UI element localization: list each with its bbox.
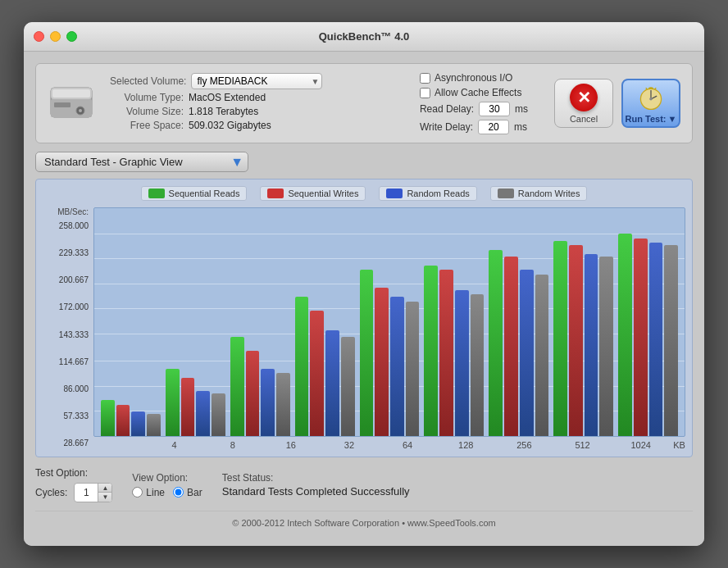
- bar-group-1024: [618, 211, 678, 436]
- bar-radio[interactable]: [173, 487, 184, 498]
- x-label-16: 16: [262, 440, 320, 450]
- footer: © 2000-2012 Intech Software Corporation …: [35, 511, 693, 534]
- bar-seq-read-16: [230, 337, 244, 436]
- cycles-up-button[interactable]: ▲: [98, 484, 111, 493]
- svg-point-12: [649, 98, 653, 101]
- y-axis-values: 258.000 229.333 200.667 172.000 143.333 …: [43, 218, 93, 448]
- free-space-row: Free Space: 509.032 Gigabytes: [110, 120, 322, 131]
- view-select-row: Standard Test - Graphic View ▼: [35, 152, 693, 172]
- svg-point-6: [79, 109, 82, 112]
- minimize-button[interactable]: [50, 31, 61, 42]
- legend-seq-reads: Sequential Reads: [141, 186, 248, 201]
- view-option-label: View Option:: [132, 472, 202, 484]
- view-select-wrapper: Standard Test - Graphic View ▼: [35, 152, 248, 172]
- line-radio[interactable]: [132, 487, 143, 498]
- bar-seq-read-64: [360, 270, 374, 436]
- bar-seq-write-8: [181, 378, 195, 436]
- svg-rect-3: [51, 99, 92, 117]
- cancel-button[interactable]: ✕ Cancel: [554, 79, 613, 128]
- y-val-4: 172.000: [59, 302, 89, 311]
- view-select[interactable]: Standard Test - Graphic View: [35, 152, 248, 172]
- bar-rnd-read-32: [325, 330, 339, 436]
- bar-rnd-write-1024: [664, 245, 678, 436]
- bar-rnd-read-128: [455, 290, 469, 436]
- maximize-button[interactable]: [66, 31, 77, 42]
- bar-rnd-write-16: [276, 373, 290, 436]
- bar-seq-write-128: [439, 270, 453, 436]
- bar-seq-read-8: [166, 369, 180, 436]
- run-test-label: Run Test: ▼: [626, 114, 677, 124]
- allow-cache-checkbox[interactable]: [420, 88, 430, 98]
- async-io-row: Asynchronous I/O: [420, 72, 528, 84]
- volume-size-value: 1.818 Terabytes: [189, 106, 258, 117]
- allow-cache-label: Allow Cache Effects: [435, 87, 522, 98]
- bottom-section: Test Option: Cycles: 1 ▲ ▼ View Option:: [35, 464, 693, 506]
- volume-row: Selected Volume: fly MEDIABACK ▼: [110, 73, 322, 89]
- bar-seq-read-128: [424, 266, 438, 436]
- drive-icon: [48, 81, 97, 126]
- stopwatch-icon: [636, 83, 666, 112]
- bar-radio-option[interactable]: Bar: [173, 487, 202, 498]
- io-options: Asynchronous I/O Allow Cache Effects Rea…: [420, 72, 528, 134]
- test-option-row: Test Option:: [35, 467, 112, 479]
- bar-group-256: [489, 211, 548, 436]
- y-val-2: 229.333: [59, 248, 89, 257]
- legend-seq-writes-label: Sequential Writes: [288, 189, 358, 198]
- legend-seq-writes-color: [267, 189, 284, 198]
- bar-rnd-read-256: [520, 270, 534, 436]
- volume-select[interactable]: fly MEDIABACK: [191, 73, 322, 89]
- close-button[interactable]: [34, 31, 44, 42]
- bar-seq-read-256: [489, 250, 503, 436]
- x-unit-label: KB: [673, 440, 685, 450]
- x-label-128: 128: [437, 440, 495, 450]
- chart-inner: [94, 208, 685, 436]
- y-val-8: 57.333: [63, 411, 89, 420]
- bar-rnd-read-16: [261, 369, 275, 436]
- y-val-6: 114.667: [59, 357, 89, 366]
- traffic-lights: [34, 31, 77, 42]
- test-status-value: Standard Tests Completed Successfully: [222, 485, 693, 498]
- svg-line-13: [646, 88, 648, 89]
- read-delay-unit: ms: [515, 103, 528, 115]
- write-delay-label: Write Delay:: [420, 121, 473, 133]
- chart-layout: MB/Sec: 258.000 229.333 200.667 172.000 …: [43, 207, 685, 450]
- legend-rnd-reads-label: Random Reads: [407, 189, 469, 198]
- bar-rnd-read-4: [131, 411, 145, 436]
- bar-rnd-write-32: [341, 337, 355, 436]
- content-area: Selected Volume: fly MEDIABACK ▼ Volume …: [24, 52, 704, 546]
- test-status-label: Test Status:: [222, 472, 693, 484]
- cancel-x-icon: ✕: [570, 84, 598, 111]
- x-label-512: 512: [553, 440, 612, 450]
- cycles-value: 1: [75, 486, 98, 499]
- bar-rnd-read-512: [585, 254, 598, 436]
- read-delay-input[interactable]: [479, 102, 510, 116]
- bar-seq-write-512: [569, 245, 583, 436]
- run-test-dropdown-icon: ▼: [668, 114, 677, 124]
- window-title: QuickBench™ 4.0: [319, 30, 410, 43]
- chart-bars-area: 4 8 16 32 64 128 256 512 1024 KB: [93, 207, 685, 450]
- line-radio-option[interactable]: Line: [132, 487, 165, 498]
- bar-rnd-write-8: [212, 393, 225, 436]
- cycles-down-button[interactable]: ▼: [98, 493, 111, 502]
- titlebar: QuickBench™ 4.0: [24, 22, 704, 52]
- read-delay-row: Read Delay: ms: [420, 102, 528, 116]
- status-section: Test Status: Standard Tests Completed Su…: [222, 472, 693, 498]
- run-test-button[interactable]: Run Test: ▼: [621, 79, 680, 128]
- chart-legend: Sequential Reads Sequential Writes Rando…: [43, 186, 685, 201]
- cycles-stepper[interactable]: 1 ▲ ▼: [74, 483, 112, 502]
- bar-seq-write-256: [504, 257, 518, 436]
- chart-container: Sequential Reads Sequential Writes Rando…: [35, 179, 693, 457]
- bar-group-128: [424, 211, 484, 436]
- top-section: Selected Volume: fly MEDIABACK ▼ Volume …: [35, 63, 693, 143]
- stepper-arrows: ▲ ▼: [98, 484, 111, 502]
- bar-group-512: [553, 211, 613, 436]
- write-delay-input[interactable]: [478, 120, 509, 134]
- bar-group-4: [101, 211, 161, 436]
- view-options: Line Bar: [132, 487, 202, 498]
- bar-rnd-read-64: [390, 297, 404, 436]
- bar-seq-read-1024: [618, 234, 632, 436]
- x-label-8: 8: [203, 440, 262, 450]
- legend-rnd-writes-label: Random Writes: [518, 189, 580, 198]
- bar-group-8: [166, 211, 225, 436]
- async-io-checkbox[interactable]: [420, 73, 430, 84]
